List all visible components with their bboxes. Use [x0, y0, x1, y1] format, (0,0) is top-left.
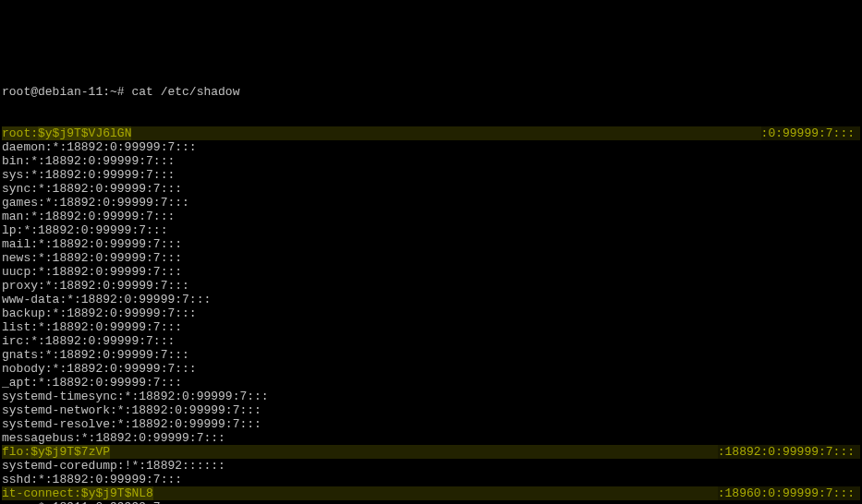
shadow-user-hash: it-connect:$y$j9T$NL8 [2, 486, 153, 500]
shadow-entry: nobody:*:18892:0:99999:7::: [2, 362, 860, 376]
shadow-entry: sys:*:18892:0:99999:7::: [2, 168, 860, 182]
shadow-entry: systemd-resolve:*:18892:0:99999:7::: [2, 417, 860, 431]
shadow-entry: irc:*:18892:0:99999:7::: [2, 334, 860, 348]
shell-command: cat /etc/shadow [131, 85, 239, 99]
shadow-entry: gnats:*:18892:0:99999:7::: [2, 348, 860, 362]
shadow-hash-redacted [110, 445, 718, 459]
shell-prompt: root@debian-11:~# [2, 85, 131, 99]
shadow-entry: daemon:*:18892:0:99999:7::: [2, 140, 860, 154]
shadow-user-hash: flo:$y$j9T$7zVP [2, 445, 110, 459]
shadow-entry: systemd-timesync:*:18892:0:99999:7::: [2, 390, 860, 403]
shadow-entry: games:*:18892:0:99999:7::: [2, 196, 860, 210]
shadow-entry: sync:*:18892:0:99999:7::: [2, 182, 860, 196]
shadow-username: it-connect: [2, 486, 81, 500]
command-line: root@debian-11:~# cat /etc/shadow [2, 85, 860, 99]
shadow-user-hash: root:$y$j9T$VJ6lGN [2, 126, 131, 140]
shadow-entry: sshd:*:18892:0:99999:7::: [2, 473, 860, 486]
shadow-entry: systemd-coredump:!*:18892:::::: [2, 459, 860, 473]
terminal-output: root@debian-11:~# cat /etc/shadow root:$… [0, 55, 862, 504]
shadow-entry: systemd-network:*:18892:0:99999:7::: [2, 403, 860, 417]
shadow-hash-redacted [153, 486, 718, 500]
shadow-entry: backup:*:18892:0:99999:7::: [2, 306, 860, 320]
shadow-entry: _rpc:*:18911:0:99999:7::: [2, 500, 860, 504]
shadow-hash-prefix: $y$j9T$NL8 [81, 486, 153, 500]
shadow-username: root: [2, 126, 38, 140]
shadow-entry: news:*:18892:0:99999:7::: [2, 251, 860, 265]
shadow-entry: messagebus:*:18892:0:99999:7::: [2, 431, 860, 445]
shadow-entry: mail:*:18892:0:99999:7::: [2, 237, 860, 251]
shadow-username: flo: [2, 445, 30, 459]
shadow-entry: lp:*:18892:0:99999:7::: [2, 223, 860, 237]
shadow-entry-highlighted: root:$y$j9T$VJ6lGN:0:99999:7::: [2, 126, 860, 140]
shadow-entry: bin:*:18892:0:99999:7::: [2, 154, 860, 168]
shadow-entry-suffix: :0:99999:7::: [761, 126, 860, 140]
shadow-entry: uucp:*:18892:0:99999:7::: [2, 265, 860, 279]
shadow-hash-redacted [131, 126, 760, 140]
shadow-entry: list:*:18892:0:99999:7::: [2, 320, 860, 334]
shadow-entry-highlighted: flo:$y$j9T$7zVP:18892:0:99999:7::: [2, 445, 860, 459]
shadow-entry: www-data:*:18892:0:99999:7::: [2, 293, 860, 306]
shadow-entry: proxy:*:18892:0:99999:7::: [2, 279, 860, 293]
shadow-entry-highlighted: it-connect:$y$j9T$NL8:18960:0:99999:7::: [2, 486, 860, 500]
shadow-entry-suffix: :18892:0:99999:7::: [718, 445, 860, 459]
shadow-entry-suffix: :18960:0:99999:7::: [718, 486, 860, 500]
shadow-hash-prefix: $y$j9T$7zVP [30, 445, 110, 459]
shadow-entry: man:*:18892:0:99999:7::: [2, 210, 860, 223]
shadow-entry: _apt:*:18892:0:99999:7::: [2, 376, 860, 390]
shadow-hash-prefix: $y$j9T$VJ6lGN [38, 126, 131, 140]
shadow-file-content: root:$y$j9T$VJ6lGN:0:99999:7:::daemon:*:… [2, 126, 860, 504]
